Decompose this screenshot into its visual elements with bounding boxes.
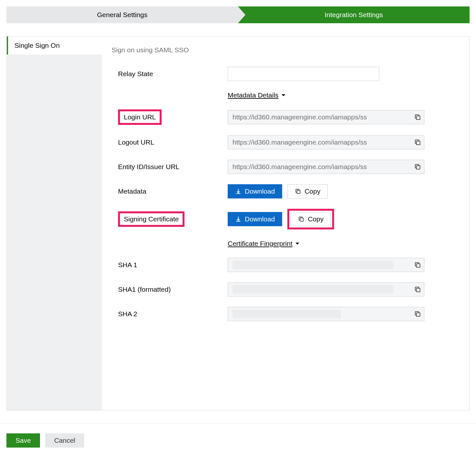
- row-signing-certificate: Signing Certificate Download Copy: [112, 209, 456, 229]
- label-sha1: SHA 1: [112, 261, 228, 269]
- svg-rect-4: [300, 218, 303, 221]
- download-label: Download: [245, 187, 275, 195]
- copy-icon[interactable]: [414, 286, 421, 293]
- settings-panel: Single Sign On Sign on using SAML SSO Re…: [6, 36, 470, 410]
- footer-actions: Save Cancel: [6, 433, 470, 457]
- metadata-details-label: Metadata Details: [228, 91, 279, 99]
- svg-rect-5: [416, 264, 420, 267]
- sidebar-item-sso[interactable]: Single Sign On: [7, 36, 102, 55]
- row-metadata-details: Metadata Details: [112, 91, 456, 99]
- value-login-url[interactable]: https://id360.manageengine.com/iamapps/s…: [228, 110, 424, 124]
- label-metadata: Metadata: [112, 187, 228, 195]
- row-certificate-fingerprint: Certificate Fingerprint: [112, 240, 456, 248]
- svg-rect-7: [416, 313, 420, 316]
- row-relay-state: Relay State: [112, 67, 456, 81]
- label-relay-state: Relay State: [112, 70, 228, 78]
- value-entity-id[interactable]: https://id360.manageengine.com/iamapps/s…: [228, 160, 424, 174]
- copy-icon[interactable]: [414, 114, 421, 121]
- label-entity-id: Entity ID/Issuer URL: [112, 163, 228, 171]
- input-relay-state[interactable]: [228, 67, 379, 81]
- highlight-signing-certificate: Signing Certificate: [118, 211, 184, 227]
- step-integration-label: Integration Settings: [325, 11, 383, 19]
- download-metadata-button[interactable]: Download: [228, 184, 282, 198]
- copy-icon: [298, 216, 304, 222]
- svg-rect-1: [416, 141, 420, 145]
- label-sha1-formatted: SHA1 (formatted): [112, 286, 228, 293]
- save-button[interactable]: Save: [6, 433, 40, 448]
- label-signing-certificate: Signing Certificate: [124, 215, 179, 223]
- row-metadata: Metadata Download Copy: [112, 184, 456, 198]
- download-label: Download: [245, 215, 275, 223]
- download-icon: [235, 188, 242, 195]
- field-sha2: [228, 307, 424, 321]
- step-general-label: General Settings: [97, 11, 147, 19]
- row-login-url: Login URL https://id360.manageengine.com…: [112, 109, 456, 125]
- svg-rect-0: [416, 116, 420, 119]
- label-login-url: Login URL: [124, 113, 156, 121]
- step-general-settings[interactable]: General Settings: [6, 6, 238, 23]
- footer-separator: [0, 423, 476, 424]
- svg-rect-3: [297, 190, 300, 194]
- toggle-certificate-fingerprint[interactable]: Certificate Fingerprint: [228, 240, 300, 248]
- svg-rect-2: [416, 166, 420, 169]
- row-sha2: SHA 2: [112, 307, 456, 321]
- chevron-down-icon: [281, 94, 286, 97]
- value-logout-url[interactable]: https://id360.manageengine.com/iamapps/s…: [228, 135, 424, 149]
- copy-icon[interactable]: [414, 261, 421, 268]
- chevron-down-icon: [295, 242, 300, 245]
- highlight-copy-certificate: Copy: [287, 209, 334, 229]
- copy-icon: [295, 188, 301, 195]
- copy-label: Copy: [304, 187, 320, 195]
- copy-icon[interactable]: [414, 139, 421, 146]
- field-logout-url: https://id360.manageengine.com/iamapps/s…: [228, 135, 424, 149]
- settings-content: Sign on using SAML SSO Relay State Metad…: [102, 36, 469, 410]
- wizard-steps: General Settings Integration Settings: [6, 6, 470, 23]
- download-certificate-button[interactable]: Download: [228, 212, 282, 226]
- svg-rect-6: [416, 288, 420, 292]
- value-sha1-formatted[interactable]: [228, 282, 424, 297]
- sidebar-item-label: Single Sign On: [15, 42, 60, 49]
- copy-icon[interactable]: [414, 163, 421, 170]
- download-icon: [235, 216, 242, 222]
- copy-metadata-button[interactable]: Copy: [287, 184, 328, 198]
- certificate-fingerprint-label: Certificate Fingerprint: [228, 240, 293, 248]
- row-sha1: SHA 1: [112, 258, 456, 272]
- copy-icon[interactable]: [414, 310, 421, 318]
- field-entity-id: https://id360.manageengine.com/iamapps/s…: [228, 160, 424, 174]
- highlight-login-url: Login URL: [118, 109, 162, 125]
- field-sha1-formatted: [228, 282, 424, 297]
- copy-certificate-button[interactable]: Copy: [291, 212, 331, 226]
- field-login-url: https://id360.manageengine.com/iamapps/s…: [228, 110, 424, 124]
- field-sha1: [228, 258, 424, 272]
- row-logout-url: Logout URL https://id360.manageengine.co…: [112, 135, 456, 149]
- cancel-button[interactable]: Cancel: [45, 433, 84, 448]
- row-sha1-formatted: SHA1 (formatted): [112, 282, 456, 297]
- step-integration-settings[interactable]: Integration Settings: [238, 6, 470, 23]
- copy-label: Copy: [308, 215, 323, 223]
- value-sha2[interactable]: [228, 307, 424, 321]
- content-heading: Sign on using SAML SSO: [112, 46, 456, 54]
- settings-sidebar: Single Sign On: [7, 36, 102, 410]
- value-sha1[interactable]: [228, 258, 424, 272]
- label-sha2: SHA 2: [112, 310, 228, 318]
- label-logout-url: Logout URL: [112, 138, 228, 146]
- toggle-metadata-details[interactable]: Metadata Details: [228, 91, 286, 99]
- row-entity-id: Entity ID/Issuer URL https://id360.manag…: [112, 160, 456, 174]
